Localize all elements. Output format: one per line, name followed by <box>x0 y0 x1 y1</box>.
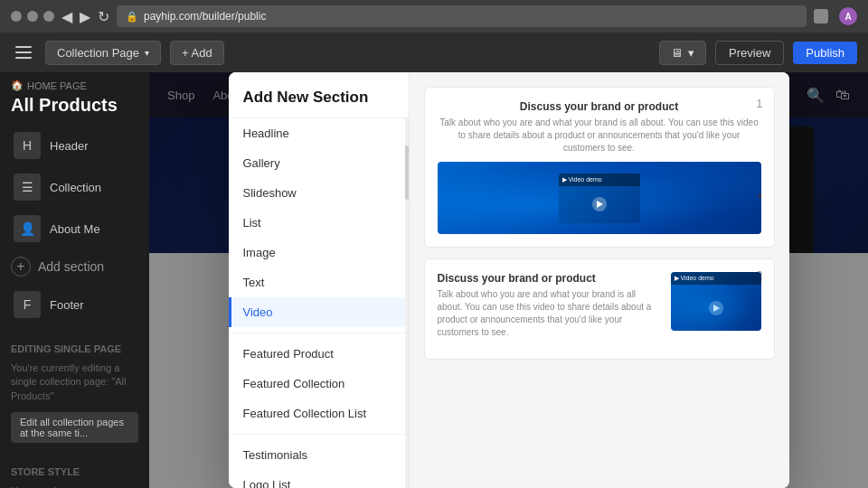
sidebar-item-collection[interactable]: ☰ Collection <box>0 166 149 208</box>
sidebar-item-footer[interactable]: F Footer <box>0 284 149 325</box>
play-button-2 <box>709 301 723 315</box>
play-button-1 <box>592 197 607 211</box>
browser-window-controls <box>11 11 54 22</box>
breadcrumb: 🏠 HOME PAGE <box>0 72 149 93</box>
add-label: + Add <box>182 46 212 60</box>
modal-preview-area: 1 Discuss your brand or product Talk abo… <box>410 72 789 488</box>
about-section-icon: 👤 <box>14 215 41 242</box>
video-bar-1: ▶ Video demo <box>559 174 640 186</box>
preview-card-2[interactable]: 2 Discuss your brand or product Talk abo… <box>424 258 775 360</box>
add-section-label: Add section <box>38 259 104 274</box>
address-bar[interactable]: 🔒 payhip.com/builder/public <box>117 5 807 27</box>
modal-overlay[interactable]: Add New Section Headline Gallery Slidesh… <box>149 72 868 488</box>
cursor-icon: ↖ <box>757 188 761 208</box>
back-button[interactable]: ◀ <box>61 8 72 25</box>
video-play-1 <box>559 186 640 223</box>
app-toolbar: Collection Page ▾ + Add 🖥 ▾ Preview Publ… <box>0 33 868 72</box>
sidebar-item-label: About Me <box>50 222 100 236</box>
video-label-1: ▶ Video demo <box>562 176 602 183</box>
preview-card-desc-1: Talk about who you are and what your bra… <box>438 117 761 155</box>
minimize-btn[interactable] <box>27 11 38 22</box>
add-section-item[interactable]: + Add section <box>0 249 149 284</box>
preview-card-title-2: Discuss your brand or product <box>438 272 662 285</box>
modal-nav-featured-product[interactable]: Featured Product <box>229 339 409 369</box>
lock-icon: 🔒 <box>126 11 138 23</box>
page-content-area: Shop About Blog p Contact 🔍 🛍 hound ofth… <box>149 72 868 488</box>
sidebar-item-label: Footer <box>50 298 84 312</box>
modal-nav-gallery[interactable]: Gallery <box>229 148 409 178</box>
extension-icon[interactable] <box>814 9 828 23</box>
modal-nav-featured-collection-list[interactable]: Featured Collection List <box>229 399 409 428</box>
modal-nav-video[interactable]: Video <box>229 297 409 327</box>
browser-right-controls: A <box>814 7 857 25</box>
add-section-modal: Add New Section Headline Gallery Slidesh… <box>229 72 789 488</box>
play-triangle-1 <box>597 201 603 208</box>
sidebar-item-header[interactable]: H Header <box>0 125 149 166</box>
url-text: payhip.com/builder/public <box>144 10 266 23</box>
play-triangle-2 <box>713 305 720 312</box>
menu-button[interactable] <box>11 40 36 65</box>
preview-card-title-1: Discuss your brand or product <box>438 100 761 113</box>
chevron-down-icon: ▾ <box>688 46 694 60</box>
sidebar-item-label: Header <box>50 139 89 153</box>
close-btn[interactable] <box>11 11 22 22</box>
header-section-icon: H <box>14 132 41 159</box>
collection-page-label: Collection Page <box>57 46 139 60</box>
device-selector-button[interactable]: 🖥 ▾ <box>659 41 706 65</box>
preview-card-number-1: 1 <box>756 97 762 110</box>
footer-section-icon: F <box>14 291 41 318</box>
sidebar: 🏠 HOME PAGE All Products H Header ☰ Coll… <box>0 72 149 488</box>
modal-nav-featured-collection[interactable]: Featured Collection <box>229 369 409 399</box>
modal-nav-testimonials[interactable]: Testimonials <box>229 440 409 470</box>
modal-nav-logo-list[interactable]: Logo List <box>229 470 409 488</box>
modal-nav-divider-1 <box>229 333 409 333</box>
preview-card-2-text: Discuss your brand or product Talk about… <box>438 272 662 346</box>
editing-label: EDITING SINGLE PAGE <box>0 336 149 358</box>
modal-scrollbar-thumb <box>405 145 409 200</box>
add-section-plus-icon: + <box>11 257 31 277</box>
collection-page-button[interactable]: Collection Page ▾ <box>45 41 161 65</box>
browser-navigation: ◀ ▶ ↻ <box>61 8 109 25</box>
video-label-2: ▶ Video demo <box>675 275 714 282</box>
modal-nav-list[interactable]: List <box>229 208 409 238</box>
modal-nav-scroll: Headline Gallery Slideshow List Image Te… <box>229 118 409 488</box>
edit-all-pages-button[interactable]: Edit all collection pages at the same ti… <box>11 412 138 443</box>
account-avatar[interactable]: A <box>839 7 857 25</box>
modal-nav-image[interactable]: Image <box>229 238 409 267</box>
preview-video-2: ▶ Video demo <box>671 272 761 331</box>
preview-card-2-layout: Discuss your brand or product Talk about… <box>438 272 761 346</box>
preview-button[interactable]: Preview <box>715 41 784 65</box>
maximize-btn[interactable] <box>43 11 54 22</box>
sidebar-item-about-me[interactable]: 👤 About Me <box>0 208 149 249</box>
modal-nav-headline[interactable]: Headline <box>229 118 409 148</box>
modal-nav-divider-2 <box>229 434 409 435</box>
editing-description: You're currently editing a single collec… <box>0 358 149 407</box>
home-icon: 🏠 <box>11 80 24 91</box>
modal-title: Add New Section <box>229 72 409 118</box>
forward-button[interactable]: ▶ <box>80 8 90 25</box>
video-inner-1: ▶ Video demo <box>559 174 640 223</box>
app-container: Collection Page ▾ + Add 🖥 ▾ Preview Publ… <box>0 33 868 488</box>
store-style-description: You can change your store colors, fo... <box>0 481 149 488</box>
preview-card-desc-2: Talk about who you are and what your bra… <box>438 288 662 339</box>
add-button[interactable]: + Add <box>170 41 224 65</box>
monitor-icon: 🖥 <box>671 46 683 60</box>
modal-nav-slideshow[interactable]: Slideshow <box>229 178 409 208</box>
collection-section-icon: ☰ <box>14 174 41 201</box>
sidebar-item-label: Collection <box>50 181 101 194</box>
store-style-label: STORE STYLE <box>0 459 149 481</box>
chevron-down-icon: ▾ <box>145 48 149 58</box>
publish-button[interactable]: Publish <box>793 42 857 64</box>
page-title: All Products <box>0 93 149 125</box>
modal-scrollbar <box>405 118 409 488</box>
browser-chrome: ◀ ▶ ↻ 🔒 payhip.com/builder/public A <box>0 0 868 33</box>
preview-video-wide-1: ▶ Video demo ↖ <box>438 162 761 234</box>
video-bar-2: ▶ Video demo <box>671 272 761 285</box>
refresh-button[interactable]: ↻ <box>98 8 109 25</box>
video-play-area-2 <box>671 301 761 315</box>
preview-card-1[interactable]: 1 Discuss your brand or product Talk abo… <box>424 87 775 248</box>
modal-navigation: Add New Section Headline Gallery Slidesh… <box>229 72 410 488</box>
main-area: 🏠 HOME PAGE All Products H Header ☰ Coll… <box>0 72 868 488</box>
modal-nav-text[interactable]: Text <box>229 267 409 297</box>
